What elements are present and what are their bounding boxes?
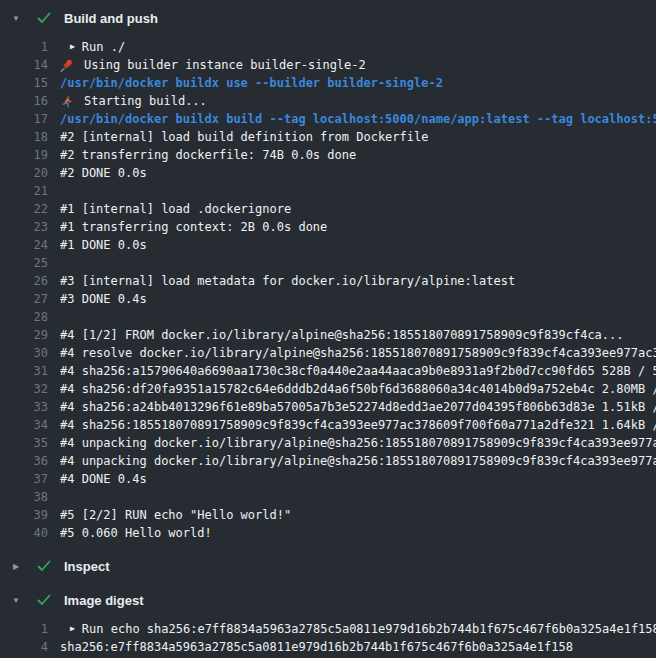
chevron-down-icon[interactable]: ▼ bbox=[10, 14, 22, 23]
line-number[interactable]: 24 bbox=[0, 236, 48, 254]
log-text: #5 [2/2] RUN echo "Hello world!" bbox=[60, 506, 291, 524]
log-text: Starting build... bbox=[84, 92, 207, 110]
line-number[interactable]: 19 bbox=[0, 146, 48, 164]
log-line-content: #3 DONE 0.4s bbox=[60, 290, 656, 308]
section-header-image-digest[interactable]: ▼Image digest bbox=[0, 590, 656, 610]
log-text: Using builder instance builder-single-2 bbox=[84, 56, 366, 74]
line-number[interactable]: 23 bbox=[0, 218, 48, 236]
log-line-content: #1 DONE 0.0s bbox=[60, 236, 656, 254]
line-number[interactable]: 4 bbox=[0, 638, 48, 656]
expand-group-icon[interactable]: ▶ bbox=[70, 38, 75, 56]
log-line: 19#2 transferring dockerfile: 74B 0.0s d… bbox=[0, 146, 656, 164]
section-log-lines: 1▶Run ./14Using builder instance builder… bbox=[0, 38, 656, 542]
line-number[interactable]: 34 bbox=[0, 416, 48, 434]
log-line: 21 bbox=[0, 182, 656, 200]
line-number[interactable]: 20 bbox=[0, 164, 48, 182]
log-text: #1 transferring context: 2B 0.0s done bbox=[60, 218, 327, 236]
log-line-content: #1 [internal] load .dockerignore bbox=[60, 200, 656, 218]
log-line-content: Starting build... bbox=[60, 92, 656, 110]
log-line: 34#4 sha256:185518070891758909c9f839cf4c… bbox=[0, 416, 656, 434]
log-line-content: #4 unpacking docker.io/library/alpine@sh… bbox=[60, 452, 656, 470]
line-number[interactable]: 27 bbox=[0, 290, 48, 308]
log-line-content: #3 [internal] load metadata for docker.i… bbox=[60, 272, 656, 290]
line-number[interactable]: 31 bbox=[0, 362, 48, 380]
log-line-content: ▶Run echo sha256:e7ff8834a5963a2785c5a08… bbox=[60, 620, 656, 638]
line-number[interactable]: 22 bbox=[0, 200, 48, 218]
line-number[interactable]: 30 bbox=[0, 344, 48, 362]
line-number[interactable]: 40 bbox=[0, 524, 48, 542]
log-line: 1▶Run ./ bbox=[0, 38, 656, 56]
section-header-build-and-push[interactable]: ▼Build and push bbox=[0, 8, 656, 28]
section-header-inspect[interactable]: ▶Inspect bbox=[0, 556, 656, 576]
line-number[interactable]: 1 bbox=[0, 620, 48, 638]
log-line: 38 bbox=[0, 488, 656, 506]
log-line: 26#3 [internal] load metadata for docker… bbox=[0, 272, 656, 290]
log-line: 15/usr/bin/docker buildx use --builder b… bbox=[0, 74, 656, 92]
log-line-content: #4 resolve docker.io/library/alpine@sha2… bbox=[60, 344, 656, 362]
log-text: #2 DONE 0.0s bbox=[60, 164, 147, 182]
log-text: Run echo sha256:e7ff8834a5963a2785c5a081… bbox=[82, 620, 656, 638]
line-number[interactable]: 14 bbox=[0, 56, 48, 74]
log-text: #3 [internal] load metadata for docker.i… bbox=[60, 272, 515, 290]
pushpin-icon bbox=[60, 59, 73, 72]
expand-group-icon[interactable]: ▶ bbox=[70, 620, 75, 638]
log-line-content: sha256:e7ff8834a5963a2785c5a0811e979d16b… bbox=[60, 638, 656, 656]
line-number[interactable]: 17 bbox=[0, 110, 48, 128]
line-number[interactable]: 28 bbox=[0, 308, 48, 326]
log-line: 39#5 [2/2] RUN echo "Hello world!" bbox=[0, 506, 656, 524]
log-text: /usr/bin/docker buildx use --builder bui… bbox=[60, 74, 443, 92]
log-text: #4 sha256:a24bb4013296f61e89ba57005a7b3e… bbox=[60, 398, 656, 416]
log-text: #3 DONE 0.4s bbox=[60, 290, 147, 308]
chevron-down-icon[interactable]: ▼ bbox=[10, 596, 22, 605]
line-number[interactable]: 38 bbox=[0, 488, 48, 506]
log-line-content: #4 sha256:df20fa9351a15782c64e6dddb2d4a6… bbox=[60, 380, 656, 398]
success-check-icon bbox=[36, 558, 52, 574]
line-number[interactable]: 16 bbox=[0, 92, 48, 110]
line-number[interactable]: 36 bbox=[0, 452, 48, 470]
line-number[interactable]: 32 bbox=[0, 380, 48, 398]
log-text: #4 unpacking docker.io/library/alpine@sh… bbox=[60, 434, 656, 452]
line-number[interactable]: 26 bbox=[0, 272, 48, 290]
log-text: #1 [internal] load .dockerignore bbox=[60, 200, 291, 218]
line-number[interactable]: 18 bbox=[0, 128, 48, 146]
log-line-content: /usr/bin/docker buildx use --builder bui… bbox=[60, 74, 656, 92]
line-number[interactable]: 1 bbox=[0, 38, 48, 56]
chevron-right-icon[interactable]: ▶ bbox=[10, 562, 22, 571]
log-line-content: #4 [1/2] FROM docker.io/library/alpine@s… bbox=[60, 326, 656, 344]
log-line: 40#5 0.060 Hello world! bbox=[0, 524, 656, 542]
line-number[interactable]: 35 bbox=[0, 434, 48, 452]
section-title: Image digest bbox=[64, 593, 143, 608]
log-line: 22#1 [internal] load .dockerignore bbox=[0, 200, 656, 218]
log-line: 32#4 sha256:df20fa9351a15782c64e6dddb2d4… bbox=[0, 380, 656, 398]
log-line: 37#4 DONE 0.4s bbox=[0, 470, 656, 488]
line-number[interactable]: 33 bbox=[0, 398, 48, 416]
log-line: 28 bbox=[0, 308, 656, 326]
workflow-log-viewer: ▼Build and push1▶Run ./14Using builder i… bbox=[0, 0, 656, 656]
line-number[interactable]: 37 bbox=[0, 470, 48, 488]
line-number[interactable]: 25 bbox=[0, 254, 48, 272]
log-line-content: ▶Run ./ bbox=[60, 38, 656, 56]
log-line-content: #4 sha256:a15790640a6690aa1730c38cf0a440… bbox=[60, 362, 656, 380]
log-line: 36#4 unpacking docker.io/library/alpine@… bbox=[0, 452, 656, 470]
line-number[interactable]: 21 bbox=[0, 182, 48, 200]
log-line: 31#4 sha256:a15790640a6690aa1730c38cf0a4… bbox=[0, 362, 656, 380]
log-line: 35#4 unpacking docker.io/library/alpine@… bbox=[0, 434, 656, 452]
log-line: 14Using builder instance builder-single-… bbox=[0, 56, 656, 74]
log-line: 24#1 DONE 0.0s bbox=[0, 236, 656, 254]
log-text: #4 sha256:a15790640a6690aa1730c38cf0a440… bbox=[60, 362, 656, 380]
log-section-build-and-push: ▼Build and push1▶Run ./14Using builder i… bbox=[0, 8, 656, 542]
log-line-content: #2 transferring dockerfile: 74B 0.0s don… bbox=[60, 146, 656, 164]
section-title: Build and push bbox=[64, 11, 158, 26]
line-number[interactable]: 15 bbox=[0, 74, 48, 92]
log-text: #2 [internal] load build definition from… bbox=[60, 128, 428, 146]
line-number[interactable]: 39 bbox=[0, 506, 48, 524]
line-number[interactable]: 29 bbox=[0, 326, 48, 344]
log-text: #2 transferring dockerfile: 74B 0.0s don… bbox=[60, 146, 356, 164]
log-line-content: #1 transferring context: 2B 0.0s done bbox=[60, 218, 656, 236]
log-text: #5 0.060 Hello world! bbox=[60, 524, 212, 542]
log-section-image-digest: ▼Image digest1▶Run echo sha256:e7ff8834a… bbox=[0, 590, 656, 656]
log-line-content: Using builder instance builder-single-2 bbox=[60, 56, 656, 74]
log-text: #4 DONE 0.4s bbox=[60, 470, 147, 488]
log-section-inspect: ▶Inspect bbox=[0, 556, 656, 576]
log-line-content: #4 sha256:185518070891758909c9f839cf4ca3… bbox=[60, 416, 656, 434]
